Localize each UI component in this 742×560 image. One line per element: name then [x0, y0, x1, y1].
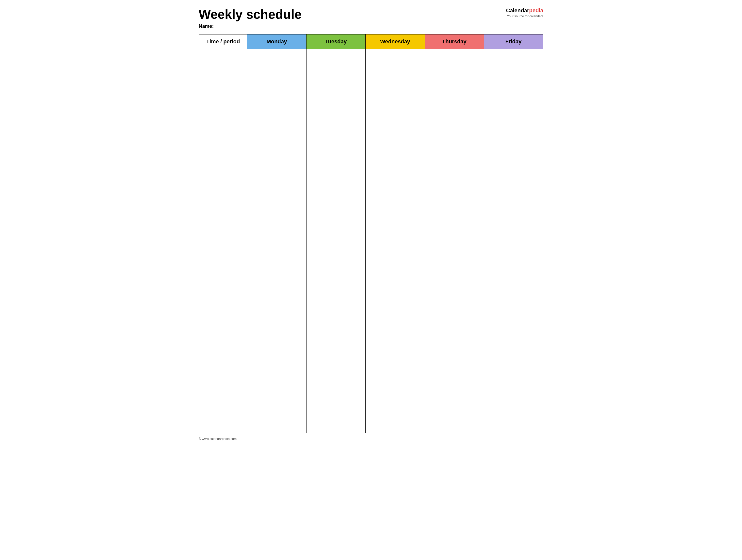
- cell-row1-col4[interactable]: [425, 49, 484, 81]
- cell-row6-col5[interactable]: [484, 209, 543, 241]
- cell-row12-col3[interactable]: [366, 401, 425, 433]
- cell-row2-col4[interactable]: [425, 81, 484, 113]
- cell-row5-col2[interactable]: [306, 177, 365, 209]
- cell-row9-col0[interactable]: [199, 305, 247, 337]
- table-row: [199, 273, 543, 305]
- cell-row8-col0[interactable]: [199, 273, 247, 305]
- table-row: [199, 209, 543, 241]
- cell-row7-col2[interactable]: [306, 241, 365, 273]
- col-header-thursday: Thursday: [425, 34, 484, 49]
- cell-row12-col2[interactable]: [306, 401, 365, 433]
- page-container: Weekly schedule Name: Calendarpedia Your…: [199, 7, 543, 441]
- cell-row11-col1[interactable]: [247, 369, 306, 401]
- table-row: [199, 49, 543, 81]
- cell-row3-col0[interactable]: [199, 113, 247, 145]
- cell-row4-col3[interactable]: [366, 145, 425, 177]
- logo-text: Calendarpedia: [506, 7, 543, 14]
- cell-row5-col4[interactable]: [425, 177, 484, 209]
- cell-row4-col1[interactable]: [247, 145, 306, 177]
- cell-row9-col2[interactable]: [306, 305, 365, 337]
- cell-row1-col2[interactable]: [306, 49, 365, 81]
- cell-row1-col0[interactable]: [199, 49, 247, 81]
- col-header-tuesday: Tuesday: [306, 34, 365, 49]
- cell-row3-col3[interactable]: [366, 113, 425, 145]
- cell-row12-col4[interactable]: [425, 401, 484, 433]
- cell-row9-col4[interactable]: [425, 305, 484, 337]
- cell-row1-col1[interactable]: [247, 49, 306, 81]
- cell-row12-col1[interactable]: [247, 401, 306, 433]
- title-section: Weekly schedule Name:: [199, 7, 302, 29]
- cell-row3-col4[interactable]: [425, 113, 484, 145]
- cell-row7-col1[interactable]: [247, 241, 306, 273]
- logo-section: Calendarpedia Your source for calendars: [506, 7, 543, 18]
- table-row: [199, 305, 543, 337]
- cell-row6-col0[interactable]: [199, 209, 247, 241]
- col-header-monday: Monday: [247, 34, 306, 49]
- cell-row9-col3[interactable]: [366, 305, 425, 337]
- cell-row8-col1[interactable]: [247, 273, 306, 305]
- cell-row11-col5[interactable]: [484, 369, 543, 401]
- table-row: [199, 337, 543, 369]
- cell-row6-col4[interactable]: [425, 209, 484, 241]
- cell-row10-col3[interactable]: [366, 337, 425, 369]
- cell-row12-col5[interactable]: [484, 401, 543, 433]
- cell-row8-col4[interactable]: [425, 273, 484, 305]
- table-row: [199, 177, 543, 209]
- cell-row4-col0[interactable]: [199, 145, 247, 177]
- cell-row11-col2[interactable]: [306, 369, 365, 401]
- cell-row2-col3[interactable]: [366, 81, 425, 113]
- name-label: Name:: [199, 23, 302, 29]
- cell-row8-col5[interactable]: [484, 273, 543, 305]
- page-title: Weekly schedule: [199, 7, 302, 21]
- cell-row3-col1[interactable]: [247, 113, 306, 145]
- cell-row7-col4[interactable]: [425, 241, 484, 273]
- cell-row8-col2[interactable]: [306, 273, 365, 305]
- cell-row10-col4[interactable]: [425, 337, 484, 369]
- cell-row6-col1[interactable]: [247, 209, 306, 241]
- cell-row10-col1[interactable]: [247, 337, 306, 369]
- cell-row2-col2[interactable]: [306, 81, 365, 113]
- cell-row10-col2[interactable]: [306, 337, 365, 369]
- cell-row12-col0[interactable]: [199, 401, 247, 433]
- cell-row11-col4[interactable]: [425, 369, 484, 401]
- cell-row4-col2[interactable]: [306, 145, 365, 177]
- cell-row4-col5[interactable]: [484, 145, 543, 177]
- cell-row4-col4[interactable]: [425, 145, 484, 177]
- cell-row2-col5[interactable]: [484, 81, 543, 113]
- cell-row10-col5[interactable]: [484, 337, 543, 369]
- cell-row7-col0[interactable]: [199, 241, 247, 273]
- cell-row5-col0[interactable]: [199, 177, 247, 209]
- table-header-row: Time / period Monday Tuesday Wednesday T…: [199, 34, 543, 49]
- cell-row6-col3[interactable]: [366, 209, 425, 241]
- cell-row3-col2[interactable]: [306, 113, 365, 145]
- cell-row6-col2[interactable]: [306, 209, 365, 241]
- table-row: [199, 113, 543, 145]
- cell-row7-col3[interactable]: [366, 241, 425, 273]
- cell-row9-col1[interactable]: [247, 305, 306, 337]
- cell-row11-col3[interactable]: [366, 369, 425, 401]
- cell-row1-col5[interactable]: [484, 49, 543, 81]
- cell-row8-col3[interactable]: [366, 273, 425, 305]
- footer-text: © www.calendarpedia.com: [199, 437, 543, 441]
- cell-row7-col5[interactable]: [484, 241, 543, 273]
- cell-row11-col0[interactable]: [199, 369, 247, 401]
- cell-row3-col5[interactable]: [484, 113, 543, 145]
- logo-brand-part1: Calendar: [506, 7, 529, 13]
- logo-brand-part2: pedia: [529, 7, 543, 13]
- cell-row1-col3[interactable]: [366, 49, 425, 81]
- cell-row5-col1[interactable]: [247, 177, 306, 209]
- cell-row2-col1[interactable]: [247, 81, 306, 113]
- table-row: [199, 369, 543, 401]
- schedule-table: Time / period Monday Tuesday Wednesday T…: [199, 34, 543, 433]
- cell-row9-col5[interactable]: [484, 305, 543, 337]
- logo-tagline: Your source for calendars: [507, 14, 543, 18]
- header-area: Weekly schedule Name: Calendarpedia Your…: [199, 7, 543, 29]
- col-header-time: Time / period: [199, 34, 247, 49]
- cell-row5-col3[interactable]: [366, 177, 425, 209]
- cell-row2-col0[interactable]: [199, 81, 247, 113]
- col-header-wednesday: Wednesday: [366, 34, 425, 49]
- table-row: [199, 145, 543, 177]
- col-header-friday: Friday: [484, 34, 543, 49]
- cell-row10-col0[interactable]: [199, 337, 247, 369]
- cell-row5-col5[interactable]: [484, 177, 543, 209]
